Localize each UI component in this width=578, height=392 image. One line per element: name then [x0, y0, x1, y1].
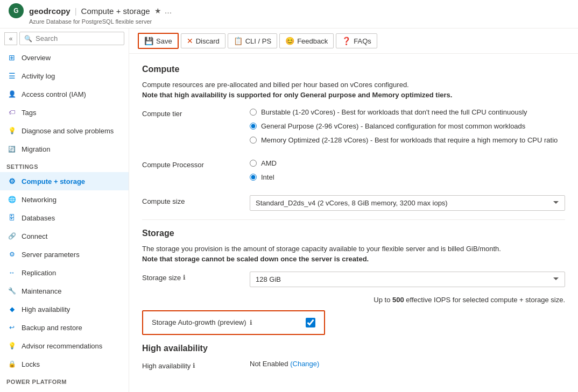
sidebar-nav-item-backup-restore[interactable]: ↩ Backup and restore: [0, 318, 129, 337]
storage-size-info-icon[interactable]: ℹ: [183, 274, 186, 281]
autogrowth-label: Storage Auto-growth (preview) ℹ: [152, 318, 252, 326]
radio-memory-optimized[interactable]: Memory Optimized (2-128 vCores) - Best f…: [250, 136, 565, 145]
faqs-icon: ❓: [342, 37, 351, 45]
connect-icon: 🔗: [6, 231, 17, 241]
sidebar-nav-item-server-parameters[interactable]: ⚙ Server parameters: [0, 245, 129, 263]
cli-ps-label: CLI / PS: [245, 37, 271, 45]
backup-restore-icon: ↩: [6, 322, 17, 333]
sidebar-item-label: Overview: [22, 54, 51, 62]
content-scroll: Compute Compute resources are pre-alloca…: [129, 54, 578, 392]
compute-size-control: Standard_D2ds_v4 (2 vCores, 8 GiB memory…: [250, 195, 565, 211]
power-platform-section-header: Power Platform: [0, 373, 129, 387]
server-parameters-icon: ⚙: [6, 249, 17, 260]
compute-desc2: Note that high availability is supported…: [142, 91, 565, 99]
sidebar-nav-item-access-control[interactable]: 👤 Access control (IAM): [0, 85, 129, 103]
radio-intel[interactable]: Intel: [250, 173, 565, 182]
autogrowth-checkbox[interactable]: [306, 318, 315, 327]
discard-icon: ✕: [187, 37, 193, 45]
iops-note: Up to 500 effective IOPS for selected co…: [142, 296, 565, 304]
autogrowth-info-icon[interactable]: ℹ: [250, 319, 252, 326]
sidebar-nav-item-networking[interactable]: 🌐 Networking: [0, 190, 129, 209]
general-purpose-label: General Purpose (2-96 vCores) - Balanced…: [261, 122, 525, 131]
ha-label: High availability: [142, 362, 191, 370]
tags-icon: 🏷: [6, 107, 17, 118]
faqs-label: FAQs: [354, 37, 371, 45]
sidebar-nav-item-activity-log[interactable]: ☰ Activity log: [0, 67, 129, 85]
radio-general-purpose[interactable]: General Purpose (2-96 vCores) - Balanced…: [250, 122, 565, 131]
storage-section: Storage The storage you provision is the…: [142, 229, 565, 335]
iops-value: 500: [392, 296, 404, 304]
amd-label: AMD: [261, 159, 277, 168]
storage-desc2: Note that storage cannot be scaled down …: [142, 255, 565, 263]
sidebar-nav-item-migration[interactable]: 🔄 Migration: [0, 140, 129, 158]
sidebar-nav-item-maintenance[interactable]: 🔧 Maintenance: [0, 282, 129, 300]
compute-size-select[interactable]: Standard_D2ds_v4 (2 vCores, 8 GiB memory…: [250, 195, 565, 211]
sidebar-item-label: Backup and restore: [22, 324, 82, 332]
storage-size-label: Storage size: [142, 274, 181, 282]
locks-icon: 🔒: [6, 359, 17, 369]
access-control-icon: 👤: [6, 89, 17, 99]
discard-label: Discard: [196, 37, 220, 45]
settings-section-header: Settings: [0, 158, 129, 172]
compute-size-row: Compute size Standard_D2ds_v4 (2 vCores,…: [142, 195, 565, 211]
compute-title: Compute: [142, 65, 565, 74]
autogrowth-box: Storage Auto-growth (preview) ℹ: [142, 310, 325, 335]
sidebar-item-label: Diagnose and solve problems: [22, 127, 114, 135]
save-icon: 💾: [144, 37, 153, 45]
sidebar-nav-item-databases[interactable]: 🗄 Databases: [0, 209, 129, 227]
compute-storage-icon: ⚙: [6, 176, 17, 187]
compute-processor-label: Compute Processor: [142, 159, 250, 169]
compute-tier-label: Compute tier: [142, 108, 250, 118]
ha-row: High availability ℹ Not Enabled (Change): [142, 360, 565, 370]
ha-info-icon[interactable]: ℹ: [193, 362, 195, 369]
ellipsis-icon[interactable]: …: [165, 6, 172, 15]
feedback-label: Feedback: [297, 37, 328, 45]
radio-amd[interactable]: AMD: [250, 159, 565, 168]
feedback-icon: 😊: [285, 37, 294, 45]
sidebar-search-input[interactable]: [36, 34, 119, 42]
app-icon: G: [9, 3, 24, 18]
networking-icon: 🌐: [6, 194, 17, 205]
search-icon: 🔍: [24, 35, 32, 42]
faqs-button[interactable]: ❓ FAQs: [336, 33, 377, 48]
sidebar-nav-item-advisor[interactable]: 💡 Advisor recommendations: [0, 337, 129, 355]
discard-button[interactable]: ✕ Discard: [181, 33, 225, 48]
memory-optimized-label: Memory Optimized (2-128 vCores) - Best f…: [261, 136, 558, 145]
burstable-label: Burstable (1-20 vCores) - Best for workl…: [261, 108, 527, 117]
compute-tier-row: Compute tier Burstable (1-20 vCores) - B…: [142, 108, 565, 150]
sidebar-item-label: Connect: [22, 232, 47, 240]
ha-change-link[interactable]: (Change): [290, 360, 319, 368]
sidebar-item-label: High availability: [22, 305, 70, 313]
sidebar-item-label: Access control (IAM): [22, 90, 86, 98]
sidebar-nav-item-diagnose[interactable]: 💡 Diagnose and solve problems: [0, 122, 129, 140]
sidebar-item-label: Migration: [22, 145, 50, 153]
sidebar-collapse-btn[interactable]: «: [4, 32, 17, 45]
advisor-icon: 💡: [6, 340, 17, 351]
sidebar-nav-item-overview[interactable]: ⊞ Overview: [0, 48, 129, 67]
page-title: Compute + storage: [81, 6, 150, 16]
feedback-button[interactable]: 😊 Feedback: [279, 33, 334, 48]
storage-size-select[interactable]: 128 GiB: [250, 272, 565, 287]
save-button[interactable]: 💾 Save: [138, 33, 179, 49]
compute-desc1: Compute resources are pre-allocated and …: [142, 81, 565, 89]
toolbar: 💾 Save ✕ Discard 📋 CLI / PS 😊 Feedback ❓…: [129, 28, 578, 54]
header-separator: |: [75, 6, 77, 16]
sidebar-nav-item-tags[interactable]: 🏷 Tags: [0, 103, 129, 122]
sidebar-nav-item-replication[interactable]: ↔ Replication: [0, 263, 129, 282]
replication-icon: ↔: [6, 267, 17, 278]
sidebar-item-label: Advisor recommendations: [22, 342, 102, 350]
resource-name: geodrcopy: [29, 6, 71, 16]
maintenance-icon: 🔧: [6, 286, 17, 296]
sidebar-nav-item-high-availability[interactable]: ◆ High availability: [0, 300, 129, 318]
storage-title: Storage: [142, 229, 565, 238]
sidebar-item-label: Maintenance: [22, 287, 61, 295]
sidebar-nav-item-connect[interactable]: 🔗 Connect: [0, 227, 129, 245]
sidebar-nav-item-compute-storage[interactable]: ⚙ Compute + storage: [0, 172, 129, 190]
sidebar-nav-item-locks[interactable]: 🔒 Locks: [0, 355, 129, 373]
intel-label: Intel: [261, 173, 274, 182]
star-icon[interactable]: ★: [154, 6, 161, 15]
cli-ps-button[interactable]: 📋 CLI / PS: [228, 33, 277, 48]
radio-burstable[interactable]: Burstable (1-20 vCores) - Best for workl…: [250, 108, 565, 117]
storage-size-row: Storage size ℹ 128 GiB: [142, 272, 565, 287]
sidebar-item-label: Databases: [22, 214, 55, 222]
